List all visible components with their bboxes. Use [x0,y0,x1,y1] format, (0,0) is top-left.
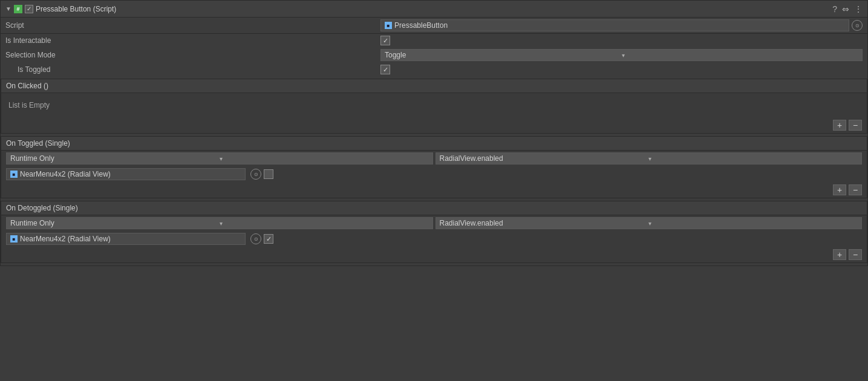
on-toggled-add-button[interactable]: + [833,184,846,195]
on-toggled-object-name: NearMenu4x2 (Radial View) [20,170,111,178]
on-clicked-section: On Clicked () List is Empty + − [1,79,867,134]
script-field-row: Script ■ PressableButton ⊙ [1,18,867,33]
on-detoggled-function-arrow: ▾ [648,220,858,227]
pressable-button-panel: ▼ # ✓ Pressable Button (Script) ? ⇔ ⋮ Sc… [0,0,868,266]
on-detoggled-runtime-value: Runtime Only [10,219,220,227]
on-detoggled-object-reference[interactable]: ■ NearMenu4x2 (Radial View) [6,233,246,245]
is-toggled-checkbox[interactable]: ✓ [380,65,390,74]
script-file-icon: ■ [385,22,392,29]
on-clicked-remove-button[interactable]: − [849,120,862,131]
is-interactable-value: ✓ [380,36,863,45]
on-toggled-function-dropdown[interactable]: RadialView.enabled ▾ [436,152,863,164]
on-toggled-section: On Toggled (Single) Runtime Only ▾ Radia… [1,136,867,198]
on-clicked-add-button[interactable]: + [833,120,846,131]
selection-mode-label: Selection Mode [5,51,380,59]
on-toggled-runtime-dropdown[interactable]: Runtime Only ▾ [6,152,433,164]
selection-mode-value: Toggle ▾ [380,49,863,61]
on-toggled-function-value: RadialView.enabled [440,154,649,163]
on-toggled-remove-button[interactable]: − [849,184,862,195]
on-detoggled-object-icon: ■ [10,235,18,243]
script-reference[interactable]: ■ PressableButton [380,19,849,31]
on-detoggled-value-checkbox[interactable]: ✓ [264,234,273,244]
on-clicked-empty: List is Empty [1,93,867,117]
help-icon[interactable]: ? [832,4,837,14]
on-detoggled-title: On Detoggled (Single) [6,204,78,212]
is-interactable-checkbox[interactable]: ✓ [380,36,390,45]
script-name: PressableButton [394,21,448,30]
is-toggled-row: Is Toggled ✓ [1,63,867,76]
layout-icon[interactable]: ⇔ [842,4,849,14]
script-icon: # [14,5,22,13]
selection-mode-selected: Toggle [385,51,622,59]
on-detoggled-add-button[interactable]: + [833,249,846,260]
on-detoggled-function-value: RadialView.enabled [440,219,649,227]
on-clicked-footer: + − [1,117,867,133]
on-detoggled-header: On Detoggled (Single) [1,201,867,215]
on-clicked-header: On Clicked () [1,79,867,93]
on-toggled-object-icon: ■ [10,171,18,178]
on-toggled-object-reference[interactable]: ■ NearMenu4x2 (Radial View) [6,168,246,180]
selection-mode-row: Selection Mode Toggle ▾ [1,47,867,63]
on-toggled-runtime-value: Runtime Only [10,154,220,163]
on-toggled-footer: + − [1,182,867,198]
script-label: Script [5,21,380,30]
script-value-container: ■ PressableButton ⊙ [380,19,863,31]
on-clicked-empty-text: List is Empty [8,101,50,109]
collapse-arrow[interactable]: ▼ [5,5,11,12]
header-icons: ? ⇔ ⋮ [832,4,863,14]
more-icon[interactable]: ⋮ [854,4,863,14]
is-interactable-label: Is Interactable [5,36,380,45]
on-toggled-runtime-arrow: ▾ [220,155,429,162]
on-detoggled-dropdowns-row: Runtime Only ▾ RadialView.enabled ▾ [1,215,867,231]
on-clicked-title: On Clicked () [6,82,48,90]
on-detoggled-remove-button[interactable]: − [849,249,862,260]
component-title: Pressable Button (Script) [36,5,832,13]
on-toggled-dropdowns-row: Runtime Only ▾ RadialView.enabled ▾ [1,151,867,166]
on-detoggled-runtime-arrow: ▾ [220,220,429,227]
on-toggled-header: On Toggled (Single) [1,137,867,151]
on-detoggled-object-name: NearMenu4x2 (Radial View) [20,235,111,243]
is-toggled-value: ✓ [380,65,863,74]
component-header: ▼ # ✓ Pressable Button (Script) ? ⇔ ⋮ [1,1,867,18]
on-detoggled-footer: + − [1,247,867,262]
on-detoggled-section: On Detoggled (Single) Runtime Only ▾ Rad… [1,201,867,263]
is-interactable-row: Is Interactable ✓ [1,34,867,47]
on-toggled-target-button[interactable]: ⊙ [250,169,261,180]
on-detoggled-runtime-dropdown[interactable]: Runtime Only ▾ [6,217,433,229]
on-detoggled-target-button[interactable]: ⊙ [250,233,261,244]
is-toggled-label: Is Toggled [5,65,380,74]
on-toggled-function-arrow: ▾ [648,155,858,162]
on-toggled-object-row: ■ NearMenu4x2 (Radial View) ⊙ [1,166,867,182]
script-target-button[interactable]: ⊙ [852,20,863,31]
selection-mode-arrow: ▾ [622,52,859,59]
on-toggled-value-checkbox[interactable] [264,169,273,179]
on-detoggled-object-row: ■ NearMenu4x2 (Radial View) ⊙ ✓ [1,231,867,247]
on-toggled-title: On Toggled (Single) [6,139,70,148]
on-detoggled-function-dropdown[interactable]: RadialView.enabled ▾ [436,217,863,229]
component-enabled-checkbox[interactable]: ✓ [25,5,33,13]
selection-mode-dropdown[interactable]: Toggle ▾ [380,49,863,61]
